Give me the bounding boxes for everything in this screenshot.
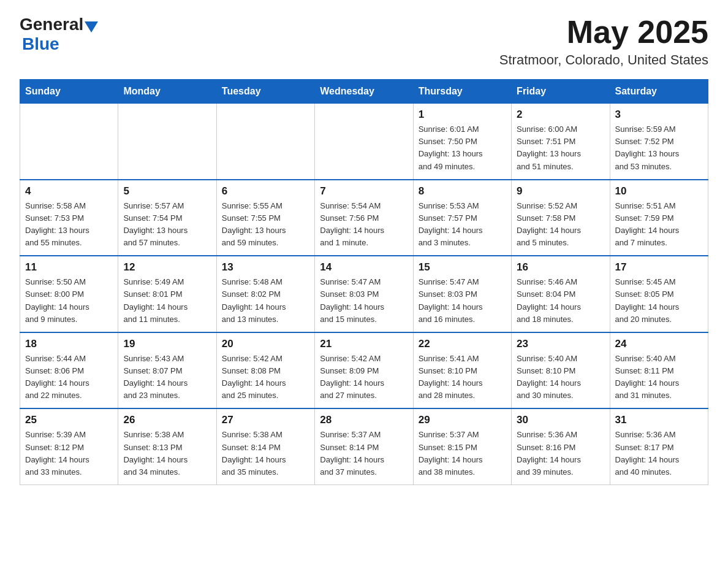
day-number: 27 <box>222 414 309 426</box>
day-number: 1 <box>419 109 506 121</box>
calendar-cell: 9Sunrise: 5:52 AM Sunset: 7:58 PM Daylig… <box>512 180 610 256</box>
day-info: Sunrise: 5:39 AM Sunset: 8:12 PM Dayligh… <box>25 429 113 478</box>
day-number: 17 <box>615 261 703 274</box>
day-info: Sunrise: 5:45 AM Sunset: 8:05 PM Dayligh… <box>615 276 703 326</box>
day-info: Sunrise: 5:37 AM Sunset: 8:14 PM Dayligh… <box>320 429 408 478</box>
day-number: 22 <box>419 338 506 350</box>
day-info: Sunrise: 5:48 AM Sunset: 8:02 PM Dayligh… <box>222 276 309 326</box>
calendar-cell: 13Sunrise: 5:48 AM Sunset: 8:02 PM Dayli… <box>216 256 314 332</box>
logo: General Blue <box>20 15 99 54</box>
calendar-cell: 20Sunrise: 5:42 AM Sunset: 8:08 PM Dayli… <box>216 332 314 409</box>
location-title: Stratmoor, Colorado, United States <box>499 52 708 68</box>
day-info: Sunrise: 5:44 AM Sunset: 8:06 PM Dayligh… <box>25 353 113 402</box>
title-section: May 2025 Stratmoor, Colorado, United Sta… <box>499 15 708 68</box>
day-info: Sunrise: 5:50 AM Sunset: 8:00 PM Dayligh… <box>25 276 113 326</box>
day-number: 14 <box>320 261 408 274</box>
calendar-week-row: 1Sunrise: 6:01 AM Sunset: 7:50 PM Daylig… <box>20 104 708 180</box>
header-monday: Monday <box>118 80 216 104</box>
day-number: 25 <box>25 414 113 426</box>
calendar-week-row: 4Sunrise: 5:58 AM Sunset: 7:53 PM Daylig… <box>20 180 708 256</box>
day-info: Sunrise: 5:36 AM Sunset: 8:17 PM Dayligh… <box>615 429 703 478</box>
calendar-cell: 23Sunrise: 5:40 AM Sunset: 8:10 PM Dayli… <box>512 332 610 409</box>
calendar-cell: 11Sunrise: 5:50 AM Sunset: 8:00 PM Dayli… <box>20 256 118 332</box>
day-info: Sunrise: 5:43 AM Sunset: 8:07 PM Dayligh… <box>123 353 211 402</box>
calendar-cell: 17Sunrise: 5:45 AM Sunset: 8:05 PM Dayli… <box>610 256 708 332</box>
day-info: Sunrise: 5:47 AM Sunset: 8:03 PM Dayligh… <box>419 276 506 326</box>
calendar-cell: 14Sunrise: 5:47 AM Sunset: 8:03 PM Dayli… <box>315 256 413 332</box>
header-thursday: Thursday <box>413 80 511 104</box>
day-info: Sunrise: 5:40 AM Sunset: 8:11 PM Dayligh… <box>615 353 703 402</box>
calendar-cell: 2Sunrise: 6:00 AM Sunset: 7:51 PM Daylig… <box>512 104 610 180</box>
day-info: Sunrise: 5:55 AM Sunset: 7:55 PM Dayligh… <box>222 200 309 250</box>
day-info: Sunrise: 6:00 AM Sunset: 7:51 PM Dayligh… <box>517 123 604 173</box>
day-number: 30 <box>517 414 604 426</box>
calendar-cell <box>315 104 413 180</box>
day-info: Sunrise: 5:41 AM Sunset: 8:10 PM Dayligh… <box>419 353 506 402</box>
day-number: 23 <box>517 338 604 350</box>
day-info: Sunrise: 5:38 AM Sunset: 8:13 PM Dayligh… <box>123 429 211 478</box>
calendar-cell: 4Sunrise: 5:58 AM Sunset: 7:53 PM Daylig… <box>20 180 118 256</box>
calendar-cell: 5Sunrise: 5:57 AM Sunset: 7:54 PM Daylig… <box>118 180 216 256</box>
day-number: 4 <box>25 185 113 197</box>
day-number: 10 <box>615 185 703 197</box>
day-number: 19 <box>123 338 211 350</box>
day-number: 15 <box>419 261 506 274</box>
calendar-cell: 7Sunrise: 5:54 AM Sunset: 7:56 PM Daylig… <box>315 180 413 256</box>
day-number: 3 <box>615 109 703 121</box>
day-info: Sunrise: 5:59 AM Sunset: 7:52 PM Dayligh… <box>615 123 703 173</box>
day-number: 18 <box>25 338 113 350</box>
calendar-cell: 28Sunrise: 5:37 AM Sunset: 8:14 PM Dayli… <box>315 408 413 484</box>
day-number: 29 <box>419 414 506 426</box>
day-info: Sunrise: 5:58 AM Sunset: 7:53 PM Dayligh… <box>25 200 113 250</box>
calendar-cell: 1Sunrise: 6:01 AM Sunset: 7:50 PM Daylig… <box>413 104 511 180</box>
month-title: May 2025 <box>499 15 708 50</box>
calendar-cell <box>118 104 216 180</box>
calendar-cell: 27Sunrise: 5:38 AM Sunset: 8:14 PM Dayli… <box>216 408 314 484</box>
day-number: 26 <box>123 414 211 426</box>
day-number: 13 <box>222 261 309 274</box>
calendar-cell: 19Sunrise: 5:43 AM Sunset: 8:07 PM Dayli… <box>118 332 216 409</box>
calendar-week-row: 25Sunrise: 5:39 AM Sunset: 8:12 PM Dayli… <box>20 408 708 484</box>
day-info: Sunrise: 5:38 AM Sunset: 8:14 PM Dayligh… <box>222 429 309 478</box>
calendar-cell: 15Sunrise: 5:47 AM Sunset: 8:03 PM Dayli… <box>413 256 511 332</box>
day-number: 8 <box>419 185 506 197</box>
day-number: 21 <box>320 338 408 350</box>
day-number: 7 <box>320 185 408 197</box>
calendar-cell: 22Sunrise: 5:41 AM Sunset: 8:10 PM Dayli… <box>413 332 511 409</box>
day-info: Sunrise: 5:40 AM Sunset: 8:10 PM Dayligh… <box>517 353 604 402</box>
day-info: Sunrise: 5:37 AM Sunset: 8:15 PM Dayligh… <box>419 429 506 478</box>
calendar-cell: 25Sunrise: 5:39 AM Sunset: 8:12 PM Dayli… <box>20 408 118 484</box>
day-info: Sunrise: 5:57 AM Sunset: 7:54 PM Dayligh… <box>123 200 211 250</box>
calendar-cell: 30Sunrise: 5:36 AM Sunset: 8:16 PM Dayli… <box>512 408 610 484</box>
calendar-cell: 18Sunrise: 5:44 AM Sunset: 8:06 PM Dayli… <box>20 332 118 409</box>
day-number: 6 <box>222 185 309 197</box>
calendar-cell: 21Sunrise: 5:42 AM Sunset: 8:09 PM Dayli… <box>315 332 413 409</box>
day-number: 5 <box>123 185 211 197</box>
page-header: General Blue May 2025 Stratmoor, Colorad… <box>20 15 708 68</box>
day-info: Sunrise: 5:49 AM Sunset: 8:01 PM Dayligh… <box>123 276 211 326</box>
day-number: 2 <box>517 109 604 121</box>
day-number: 31 <box>615 414 703 426</box>
day-info: Sunrise: 5:47 AM Sunset: 8:03 PM Dayligh… <box>320 276 408 326</box>
header-sunday: Sunday <box>20 80 118 104</box>
calendar-table: SundayMondayTuesdayWednesdayThursdayFrid… <box>20 79 708 485</box>
day-info: Sunrise: 6:01 AM Sunset: 7:50 PM Dayligh… <box>419 123 506 173</box>
logo-general-text: General <box>20 15 83 34</box>
day-number: 20 <box>222 338 309 350</box>
day-number: 16 <box>517 261 604 274</box>
logo-blue-text: Blue <box>22 34 59 53</box>
header-saturday: Saturday <box>610 80 708 104</box>
calendar-cell: 10Sunrise: 5:51 AM Sunset: 7:59 PM Dayli… <box>610 180 708 256</box>
calendar-cell: 8Sunrise: 5:53 AM Sunset: 7:57 PM Daylig… <box>413 180 511 256</box>
day-info: Sunrise: 5:42 AM Sunset: 8:08 PM Dayligh… <box>222 353 309 402</box>
day-info: Sunrise: 5:51 AM Sunset: 7:59 PM Dayligh… <box>615 200 703 250</box>
day-number: 9 <box>517 185 604 197</box>
calendar-cell: 16Sunrise: 5:46 AM Sunset: 8:04 PM Dayli… <box>512 256 610 332</box>
calendar-cell: 3Sunrise: 5:59 AM Sunset: 7:52 PM Daylig… <box>610 104 708 180</box>
calendar-cell <box>20 104 118 180</box>
header-wednesday: Wednesday <box>315 80 413 104</box>
header-tuesday: Tuesday <box>216 80 314 104</box>
calendar-cell: 31Sunrise: 5:36 AM Sunset: 8:17 PM Dayli… <box>610 408 708 484</box>
calendar-cell <box>216 104 314 180</box>
day-number: 11 <box>25 261 113 274</box>
